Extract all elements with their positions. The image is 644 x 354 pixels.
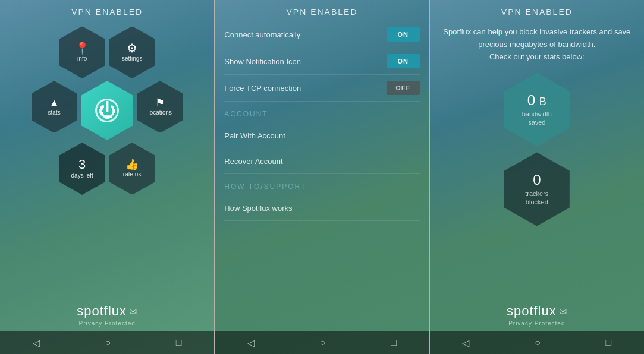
title-bar-stats: VPN ENABLED: [430, 0, 644, 21]
howto-header-label: HOW TO/SUPPORT: [224, 182, 419, 191]
hex-rate[interactable]: 👍 rate us: [109, 143, 155, 195]
back-button-2[interactable]: ◁: [247, 337, 255, 349]
hex-settings[interactable]: ⚙ settings: [109, 26, 155, 78]
recent-button-3[interactable]: □: [605, 337, 611, 348]
force-tcp-toggle[interactable]: OFF: [387, 81, 420, 95]
info-icon: 📍: [75, 42, 90, 54]
logo-name: spotflux: [77, 304, 127, 319]
setting-show-notif: Show Notification Icon ON: [224, 48, 419, 75]
hex-row-1: 📍 info ⚙ settings: [59, 26, 155, 78]
bandwidth-unit: B: [539, 96, 546, 108]
hex-locations[interactable]: ⚑ locations: [137, 81, 183, 133]
logo: spotflux ✉: [77, 304, 137, 319]
back-button-3[interactable]: ◁: [462, 337, 469, 349]
hex-days[interactable]: 3 days left: [59, 143, 105, 195]
home-button-3[interactable]: ○: [535, 337, 541, 348]
panel-stats: VPN ENABLED Spotflux can help you block …: [429, 0, 644, 354]
logo-envelope-icon: ✉: [129, 306, 137, 317]
title-bar-settings: VPN ENABLED: [215, 0, 429, 21]
rate-label: rate us: [123, 171, 142, 178]
stats-title: VPN ENABLED: [435, 7, 639, 17]
panel-settings: VPN ENABLED Connect automatically ON Sho…: [214, 0, 429, 354]
logo-stats: spotflux ✉: [507, 304, 567, 319]
logo-subtitle-stats: Privacy Protected: [507, 320, 567, 327]
hex-stats[interactable]: ▲ stats: [31, 81, 77, 133]
trackers-value: 0: [525, 172, 548, 188]
how-spotflux-works-item[interactable]: How Spotflux works: [224, 195, 419, 221]
show-notif-label: Show Notification Icon: [224, 57, 386, 66]
stats-icon: ▲: [49, 97, 59, 108]
days-label: days left: [71, 172, 93, 179]
bottom-nav-3: ◁ ○ □: [430, 331, 644, 354]
recover-account-label: Recover Account: [224, 157, 282, 166]
connect-auto-label: Connect automatically: [224, 30, 386, 39]
setting-connect-auto: Connect automatically ON: [224, 21, 419, 48]
logo-area-stats: spotflux ✉ Privacy Protected: [507, 304, 567, 327]
home-button-1[interactable]: ○: [105, 337, 111, 348]
account-section-header: ACCOUNT: [224, 102, 419, 123]
stats-description: Spotflux can help you block invasive tra…: [430, 21, 644, 70]
account-header-label: ACCOUNT: [224, 110, 419, 118]
hex-row-2: ▲ stats ⏻ ⚑ locations: [31, 81, 183, 140]
panel-main: VPN ENABLED 📍 info ⚙ settings: [0, 0, 214, 354]
hex-info[interactable]: 📍 info: [59, 26, 105, 78]
pair-account-label: Pair With Account: [224, 131, 285, 140]
logo-subtitle: Privacy Protected: [77, 320, 137, 327]
settings-list: Connect automatically ON Show Notificati…: [215, 21, 429, 354]
logo-name-stats: spotflux: [507, 304, 557, 319]
howto-section-header: HOW TO/SUPPORT: [224, 174, 419, 195]
home-button-2[interactable]: ○: [320, 337, 326, 348]
connect-auto-toggle[interactable]: ON: [387, 27, 420, 42]
bandwidth-value: 0 B: [522, 92, 552, 109]
trackers-hex: 0 trackersblocked: [504, 152, 570, 226]
settings-icon: ⚙: [127, 42, 137, 54]
rate-icon: 👍: [125, 159, 139, 170]
logo-envelope-icon-stats: ✉: [559, 306, 567, 317]
title-bar-main: VPN ENABLED: [0, 0, 214, 21]
how-spotflux-works-label: How Spotflux works: [224, 204, 292, 213]
bandwidth-hex: 0 B bandwidthsaved: [504, 72, 570, 146]
settings-label: settings: [122, 55, 142, 62]
settings-title: VPN ENABLED: [219, 7, 424, 17]
recent-button-2[interactable]: □: [391, 337, 397, 348]
show-notif-toggle[interactable]: ON: [387, 54, 420, 68]
back-button-1[interactable]: ◁: [33, 337, 40, 349]
trackers-label: trackersblocked: [525, 189, 548, 207]
locations-label: locations: [148, 109, 171, 116]
bottom-nav-1: ◁ ○ □: [0, 331, 214, 354]
recent-button-1[interactable]: □: [176, 337, 182, 348]
info-label: info: [77, 55, 87, 62]
hex-power[interactable]: ⏻: [81, 81, 133, 140]
stats-label: stats: [48, 109, 61, 116]
logo-area: spotflux ✉ Privacy Protected: [77, 304, 137, 327]
bandwidth-label: bandwidthsaved: [522, 110, 552, 127]
bottom-nav-2: ◁ ○ □: [215, 331, 429, 354]
stat-hexes: 0 B bandwidthsaved 0 trackersblocked: [504, 72, 570, 226]
main-title: VPN ENABLED: [5, 7, 209, 17]
force-tcp-label: Force TCP connection: [224, 84, 386, 93]
setting-force-tcp: Force TCP connection OFF: [224, 75, 419, 102]
hex-row-3: 3 days left 👍 rate us: [59, 143, 155, 195]
recover-account-item[interactable]: Recover Account: [224, 148, 419, 174]
days-number: 3: [78, 158, 86, 171]
power-icon: ⏻: [95, 99, 119, 122]
hex-grid: 📍 info ⚙ settings ▲: [31, 26, 183, 195]
locations-icon: ⚑: [155, 97, 165, 108]
pair-account-item[interactable]: Pair With Account: [224, 123, 419, 148]
